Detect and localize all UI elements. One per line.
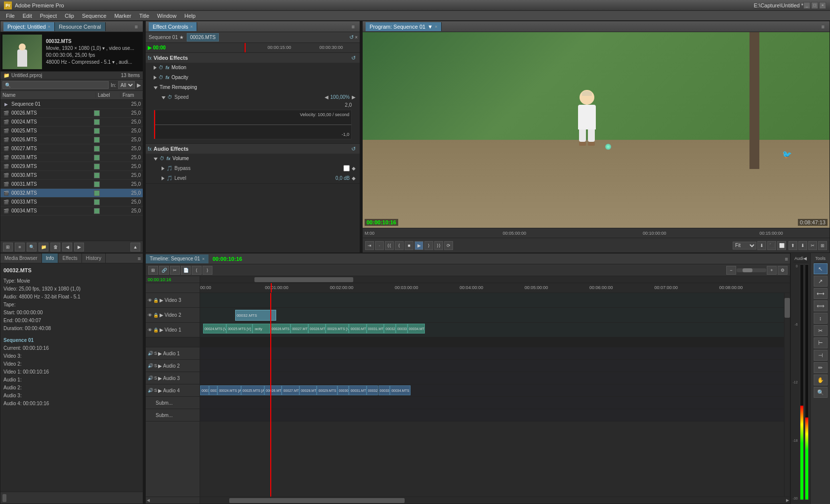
audio-clip-1[interactable]: 00032.MTS <box>200 385 209 395</box>
ec-close[interactable]: × <box>190 24 193 29</box>
mute-icon-a3[interactable]: 🔊 <box>148 376 153 380</box>
expand-icon[interactable]: ▶ <box>160 297 164 303</box>
tool-track-select[interactable]: ↗ <box>814 276 828 287</box>
video-effects-header[interactable]: fx Video Effects ↺ <box>146 53 360 63</box>
timeline-close[interactable]: × <box>202 256 205 261</box>
monitor-btn-trim[interactable]: ✂ <box>808 241 817 250</box>
ec-menu[interactable]: ≡ <box>352 24 355 30</box>
maximize-btn[interactable]: □ <box>811 2 818 9</box>
solo-icon-a1[interactable]: S <box>154 351 157 356</box>
monitor-btn-1[interactable]: ⇥ <box>365 241 374 250</box>
tl-btn-mark-out[interactable]: ⟩ <box>203 266 212 275</box>
clip-v1-1[interactable]: 00024.MTS [V] <box>203 324 226 334</box>
clip-00032-v2[interactable]: 00032.MTS <box>235 310 276 321</box>
lock-icon[interactable]: 🔒 <box>153 298 159 303</box>
timeline-menu[interactable]: ≡ <box>785 256 788 262</box>
resource-central-tab[interactable]: Resource Central <box>55 22 106 31</box>
monitor-btn-export[interactable]: ⬇ <box>757 241 766 250</box>
menu-title[interactable]: Title <box>135 11 153 20</box>
eye-icon-v2[interactable]: 👁 <box>148 313 152 318</box>
mute-icon-a1[interactable]: 🔊 <box>148 351 153 356</box>
list-item[interactable]: 🎬 00031.MTS 25,0 <box>0 180 143 189</box>
clip-v1-9[interactable]: 00031.MTS [V] ity <box>367 324 384 334</box>
hscroll-right-btn[interactable]: ▶ <box>785 498 790 503</box>
program-tab[interactable]: Program: Sequence 01 ▼ × <box>366 22 442 31</box>
expand-icon-a3[interactable]: ▶ <box>158 376 162 381</box>
audio-clip-7[interactable]: 00028.MTS [A] <box>299 385 317 395</box>
monitor-btn-extract[interactable]: ⬇ <box>798 241 807 250</box>
clip-v1-7[interactable]: 00029.MTS [V] city:Opacity <box>326 324 349 334</box>
project-btn-6[interactable]: ◀ <box>62 243 72 252</box>
hscroll-left-btn[interactable]: ◀ <box>147 498 150 503</box>
audio-effects-reset[interactable]: ↺ <box>351 146 356 152</box>
list-item[interactable]: ▶ Sequence 01 25,0 <box>0 100 143 109</box>
project-btn-2[interactable]: ≡ <box>15 243 25 252</box>
level-value[interactable]: 0,0 dB <box>335 175 350 181</box>
eye-icon-v1[interactable]: 👁 <box>148 328 152 333</box>
tool-ripple-edit[interactable]: ⟷ <box>814 288 828 299</box>
list-item[interactable]: 🎬 00024.MTS 25,0 <box>0 118 143 126</box>
expand-icon-a2[interactable]: ▶ <box>158 363 162 369</box>
monitor-btn-2[interactable]: · <box>375 241 384 250</box>
volume-stopwatch[interactable]: ⏱ <box>160 156 165 161</box>
opacity-stopwatch[interactable]: ⏱ <box>159 75 164 80</box>
video-effects-reset[interactable]: ↺ <box>351 55 356 61</box>
tl-btn-zoom-in[interactable]: + <box>767 266 777 275</box>
tl-btn-link[interactable]: 🔗 <box>159 266 169 275</box>
monitor-btn-insert[interactable]: ⬛ <box>767 241 776 250</box>
program-menu[interactable]: ≡ <box>822 24 825 30</box>
menu-file[interactable]: File <box>2 11 19 20</box>
audio-clip-3[interactable]: 00024.MTS [A] <box>217 385 241 395</box>
audio-clip-9[interactable]: 00030.MTS <box>337 385 349 395</box>
bypass-checkbox[interactable] <box>343 165 350 171</box>
project-btn-7[interactable]: ▶ <box>74 243 84 252</box>
bypass-row[interactable]: 🎵 Bypass ◆ <box>146 164 360 173</box>
in-select[interactable]: All <box>118 81 135 89</box>
clip-v1-2[interactable]: 00025.MTS [V] :acity:Opacity <box>226 324 252 334</box>
clip-v1-6[interactable]: 00028.MTS [V] <box>308 324 326 334</box>
menu-sequence[interactable]: Sequence <box>78 11 111 20</box>
tl-btn-lift[interactable]: 📄 <box>181 266 191 275</box>
mute-icon-a4[interactable]: 🔊 <box>148 388 153 393</box>
list-item[interactable]: 🎬 00033.MTS 25,0 <box>0 198 143 207</box>
tool-slide[interactable]: ⊣ <box>814 350 828 361</box>
monitor-btn-next-frame[interactable]: ⟩⟩ <box>434 241 443 250</box>
tl-btn-settings[interactable]: ⚙ <box>778 266 788 275</box>
volume-row[interactable]: ⏱ fx Volume <box>146 154 360 164</box>
time-remap-row[interactable]: Time Remapping <box>146 83 360 92</box>
monitor-btn-play[interactable]: ▶ <box>415 241 423 250</box>
audio-clip-10[interactable]: 00031.MTS [A] <box>349 385 366 395</box>
tool-rate-stretch[interactable]: ↕ <box>814 313 828 324</box>
tl-btn-snap[interactable]: ⊞ <box>148 266 158 275</box>
mute-icon-a2[interactable]: 🔊 <box>148 363 153 368</box>
speed-left-btn[interactable]: ◀ <box>325 94 329 100</box>
monitor-btn-next[interactable]: ⟩ <box>424 241 433 250</box>
solo-icon-a2[interactable]: S <box>154 363 157 368</box>
opacity-row[interactable]: ⏱ fx Opacity <box>146 73 360 83</box>
program-dropdown[interactable]: ▼ <box>427 24 433 30</box>
speed-row[interactable]: ⏱ Speed ◀ 100,00% ▶ <box>146 92 360 102</box>
expand-icon-a4[interactable]: ▶ <box>158 388 162 393</box>
monitor-btn-loop[interactable]: ⟳ <box>444 241 453 250</box>
tab-effects[interactable]: Effects <box>58 253 82 263</box>
level-keyframe[interactable]: ◆ <box>352 175 356 181</box>
timeline-vscroll[interactable] <box>784 293 790 497</box>
audio-clip-2[interactable]: 00032.MTS <box>209 385 218 395</box>
ec-close-btn2[interactable]: × <box>355 35 358 40</box>
tool-hand[interactable]: ✋ <box>814 375 828 385</box>
ec-clip-label[interactable]: 00026.MTS <box>187 33 219 42</box>
list-item[interactable]: 🎬 00026.MTS 25,0 <box>0 109 143 118</box>
motion-row[interactable]: ⏱ fx Motion <box>146 63 360 73</box>
search-input[interactable] <box>2 81 109 89</box>
info-panel-menu[interactable]: ≡ <box>138 255 141 261</box>
close-btn[interactable]: × <box>819 2 826 9</box>
list-item[interactable]: 🎬 00027.MTS 25,0 <box>0 144 143 153</box>
audio-clip-12[interactable]: 00033.MTS [A] <box>378 385 390 395</box>
monitor-btn-overwrite[interactable]: ⬜ <box>777 241 786 250</box>
monitor-btn-multi[interactable]: ⊞ <box>818 241 827 250</box>
video1-track[interactable]: 00024.MTS [V] 00025.MTS [V] :acity:Opaci… <box>200 323 784 337</box>
tab-info[interactable]: Info <box>42 253 59 263</box>
eye-icon[interactable]: 👁 <box>148 298 152 303</box>
menu-clip[interactable]: Clip <box>61 11 78 20</box>
timeline-tab[interactable]: Timeline: Sequence 01 × <box>146 254 208 263</box>
